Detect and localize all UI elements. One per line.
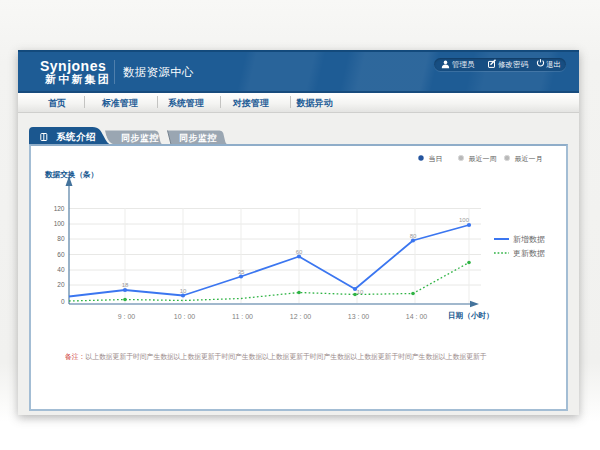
svg-text:120: 120 <box>54 204 65 211</box>
svg-text:11 : 00: 11 : 00 <box>232 312 253 319</box>
svg-text:10 : 00: 10 : 00 <box>174 312 196 319</box>
svg-text:80: 80 <box>57 235 65 242</box>
svg-text:最近一月: 最近一月 <box>515 154 543 162</box>
svg-text:80: 80 <box>410 232 417 238</box>
svg-text:60: 60 <box>57 250 65 257</box>
svg-text:60: 60 <box>296 248 303 254</box>
svg-text:10: 10 <box>180 287 187 293</box>
svg-text:10: 10 <box>357 288 364 294</box>
svg-text:100: 100 <box>459 216 470 222</box>
svg-text:18: 18 <box>122 282 129 288</box>
svg-text:13 : 00: 13 : 00 <box>348 312 370 319</box>
svg-text:新增数据: 新增数据 <box>513 235 545 244</box>
svg-text:35: 35 <box>238 268 245 274</box>
svg-text:100: 100 <box>54 220 65 227</box>
svg-text:更新数据: 更新数据 <box>513 249 545 258</box>
svg-text:最近一周: 最近一周 <box>469 154 497 161</box>
svg-text:14 : 00: 14 : 00 <box>406 312 428 319</box>
svg-text:0: 0 <box>61 297 65 304</box>
svg-text:当日: 当日 <box>429 154 443 162</box>
svg-text:12 : 00: 12 : 00 <box>290 312 312 319</box>
svg-text:20: 20 <box>57 281 65 288</box>
svg-text:9 : 00: 9 : 00 <box>118 312 136 319</box>
svg-text:40: 40 <box>57 266 65 273</box>
